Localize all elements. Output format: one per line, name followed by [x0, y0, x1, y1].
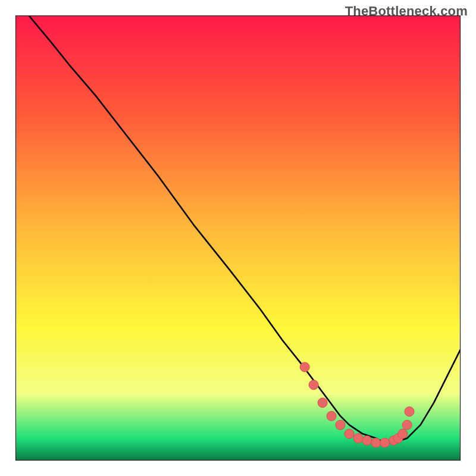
marker-dot	[402, 420, 412, 430]
marker-dot	[327, 411, 336, 421]
marker-dot	[362, 436, 372, 445]
watermark-text: TheBottleneck.com	[345, 4, 468, 19]
marker-dot	[300, 362, 309, 372]
plot-area	[15, 15, 461, 461]
marker-dot	[380, 438, 390, 447]
chart-svg	[15, 15, 461, 461]
marker-dot	[345, 429, 354, 439]
gradient-background	[15, 15, 461, 461]
marker-dot	[398, 429, 408, 439]
marker-dot	[318, 398, 327, 408]
marker-dot	[309, 380, 318, 390]
chart-frame: TheBottleneck.com	[0, 0, 476, 476]
marker-dot	[353, 434, 363, 443]
marker-dot	[371, 438, 381, 447]
marker-dot	[336, 420, 345, 430]
marker-dot	[405, 407, 414, 416]
